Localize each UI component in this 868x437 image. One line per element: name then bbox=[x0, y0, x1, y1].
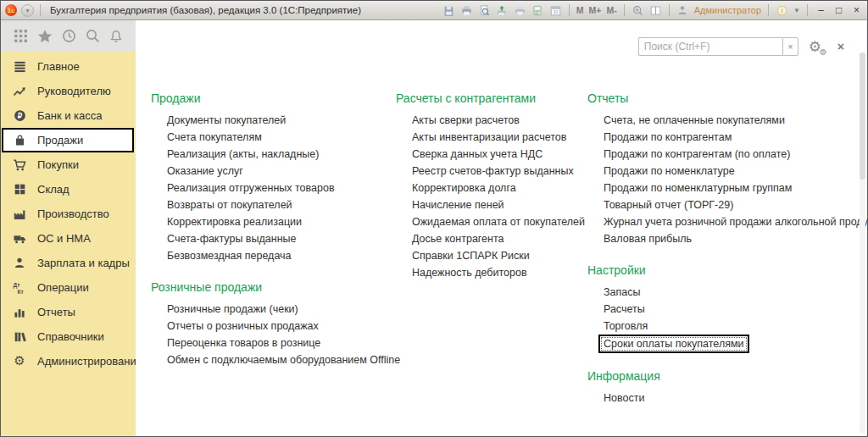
titlebar-toolbar: 31 M M+ M- Администратор i ▼ – bbox=[442, 4, 863, 17]
sidebar-item-rukovoditelyu[interactable]: Руководителю bbox=[1, 79, 136, 103]
sidebar-item-zarplata-i-kadry[interactable]: Зарплата и кадры bbox=[1, 251, 136, 275]
purchases-icon bbox=[12, 158, 27, 172]
section: ИнформацияНовости bbox=[587, 369, 867, 407]
command-link[interactable]: Торговля bbox=[600, 318, 651, 335]
command-link[interactable]: Акты сверки расчетов bbox=[409, 112, 523, 129]
section: НастройкиЗапасыРасчетыТорговляСроки опла… bbox=[587, 263, 867, 353]
command-link[interactable]: Реализация отгруженных товаров bbox=[164, 180, 338, 196]
maximize-button[interactable]: □ bbox=[832, 4, 845, 17]
scrollbar-thumb[interactable] bbox=[860, 53, 865, 180]
sidebar-item-label: Отчеты bbox=[37, 306, 75, 318]
zoom-icon[interactable] bbox=[632, 4, 644, 17]
user-icon bbox=[676, 4, 689, 17]
command-link[interactable]: Отчеты о розничных продажах bbox=[164, 318, 322, 335]
command-link[interactable]: Счета-фактуры выданные bbox=[164, 230, 299, 247]
gear-icon[interactable]: ⚙⚙ bbox=[809, 38, 827, 55]
current-user-label[interactable]: Администратор bbox=[694, 5, 761, 15]
salary-icon bbox=[12, 257, 27, 269]
command-link[interactable]: Акты инвентаризации расчетов bbox=[409, 129, 570, 146]
sidebar-item-operacii[interactable]: ДтКтОперации bbox=[1, 275, 136, 300]
command-link[interactable]: Реестр счетов-фактур выданных bbox=[409, 163, 577, 180]
vertical-scrollbar[interactable] bbox=[860, 53, 865, 434]
command-link[interactable]: Товарный отчет (ТОРГ-29) bbox=[600, 196, 737, 213]
star-icon[interactable] bbox=[37, 29, 53, 44]
print-icon[interactable] bbox=[460, 4, 473, 17]
command-link[interactable]: Справки 1СПАРК Риски bbox=[409, 247, 533, 264]
command-link[interactable]: Корректировка долга bbox=[409, 180, 520, 196]
sidebar-item-prodazhi[interactable]: Продажи bbox=[2, 128, 134, 152]
chevron-down-icon[interactable]: ▼ bbox=[793, 7, 800, 14]
section: ПродажиДокументы покупателейСчета покупа… bbox=[151, 91, 387, 264]
sidebar-item-glavnoe[interactable]: Главное bbox=[1, 54, 136, 79]
command-link[interactable]: Корректировка реализации bbox=[164, 213, 305, 230]
bell-icon[interactable] bbox=[109, 30, 123, 43]
command-link[interactable]: Продажи по контрагентам (по оплате) bbox=[600, 146, 793, 163]
command-link[interactable]: Оказание услуг bbox=[164, 163, 247, 180]
search-clear-icon[interactable]: × bbox=[782, 37, 798, 56]
command-link[interactable]: Сроки оплаты покупателями bbox=[598, 335, 749, 353]
command-link[interactable]: Сверка данных учета НДС bbox=[409, 146, 546, 163]
info-icon[interactable]: i bbox=[776, 4, 788, 17]
close-panel-icon[interactable]: × bbox=[837, 40, 844, 53]
command-link[interactable]: Безвозмездная передача bbox=[164, 247, 295, 264]
print-preview-icon[interactable] bbox=[478, 4, 491, 17]
reports-icon bbox=[12, 306, 27, 318]
command-link[interactable]: Валовая прибыль bbox=[600, 230, 695, 247]
command-link[interactable]: Ожидаемая оплата от покупателей bbox=[409, 213, 588, 230]
command-link[interactable]: Продажи по номенклатурным группам bbox=[600, 180, 795, 196]
system-menu-chevron-icon[interactable]: ▼ bbox=[21, 4, 34, 17]
sidebar-item-label: Руководителю bbox=[37, 85, 111, 97]
command-link[interactable]: Запасы bbox=[600, 284, 643, 301]
calendar-icon[interactable]: 31 bbox=[549, 4, 562, 17]
command-link[interactable]: Счета, не оплаченные покупателями bbox=[600, 112, 788, 129]
command-link[interactable]: Досье контрагента bbox=[409, 230, 508, 247]
sidebar-item-label: Склад bbox=[37, 183, 70, 196]
section-title: Настройки bbox=[587, 263, 867, 277]
sidebar-item-os-i-nma[interactable]: ОС и НМА bbox=[1, 226, 136, 251]
command-link[interactable]: Обмен с подключаемым оборудованием Offli… bbox=[164, 351, 403, 368]
command-link[interactable]: Документы покупателей bbox=[164, 112, 289, 129]
sidebar-item-bank-i-kassa[interactable]: ₽Банк и касса bbox=[1, 103, 136, 128]
minimize-button[interactable]: – bbox=[815, 4, 827, 17]
svg-text:Кт: Кт bbox=[18, 288, 24, 294]
svg-text:31: 31 bbox=[553, 9, 558, 14]
search-input[interactable] bbox=[638, 37, 782, 56]
sidebar-item-otchety[interactable]: Отчеты bbox=[1, 300, 136, 324]
command-link[interactable]: Новости bbox=[600, 390, 648, 407]
sidebar-item-proizvodstvo[interactable]: Производство bbox=[1, 202, 136, 226]
command-link[interactable]: Переоценка товаров в рознице bbox=[164, 335, 324, 351]
command-link[interactable]: Начисление пеней bbox=[409, 196, 508, 213]
main-content: × ⚙⚙ × ПродажиДокументы покупателейСчета… bbox=[136, 20, 867, 436]
command-link[interactable]: Возвраты от покупателей bbox=[164, 196, 296, 213]
sidebar-item-administrirovanie[interactable]: ⚙Администрирование bbox=[1, 349, 136, 373]
close-button[interactable]: × bbox=[850, 4, 863, 17]
sidebar-item-label: Зарплата и кадры bbox=[37, 257, 130, 269]
command-link[interactable]: Расчеты bbox=[600, 301, 648, 318]
calculator-icon[interactable] bbox=[531, 4, 544, 17]
command-link[interactable]: Надежность дебиторов bbox=[409, 264, 531, 281]
printer-icon[interactable] bbox=[514, 4, 526, 17]
menu-grid-icon[interactable] bbox=[14, 29, 28, 43]
window-title: Бухгалтерия предприятия (базовая), редак… bbox=[50, 5, 361, 15]
warehouse-icon bbox=[12, 183, 27, 196]
command-link[interactable]: Продажи по контрагентам bbox=[600, 129, 735, 146]
command-link[interactable]: Реализация (акты, накладные) bbox=[164, 146, 322, 163]
search-row: × ⚙⚙ × bbox=[638, 37, 844, 56]
command-link[interactable]: Счета покупателям bbox=[164, 129, 265, 146]
command-link[interactable]: Журнал учета розничной продажи алкогольн… bbox=[600, 213, 868, 230]
title-bar: 1с ▼ Бухгалтерия предприятия (базовая), … bbox=[1, 1, 867, 20]
sidebar-item-sklad[interactable]: Склад bbox=[1, 177, 136, 202]
sidebar-item-pokupki[interactable]: Покупки bbox=[1, 152, 136, 177]
split-view-icon[interactable] bbox=[649, 4, 662, 17]
history-icon[interactable] bbox=[62, 29, 76, 43]
memory-m-plus-button[interactable]: M+ bbox=[589, 5, 602, 15]
command-link[interactable]: Розничные продажи (чеки) bbox=[164, 301, 302, 318]
memory-m-minus-button[interactable]: M- bbox=[606, 5, 616, 15]
search-icon[interactable] bbox=[86, 29, 100, 43]
command-link[interactable]: Продажи по номенклатуре bbox=[600, 163, 738, 180]
sidebar-item-label: Администрирование bbox=[37, 355, 142, 368]
sidebar-item-spravochniki[interactable]: Справочники bbox=[1, 324, 136, 349]
export-print-icon[interactable] bbox=[496, 4, 509, 17]
memory-m-button[interactable]: M bbox=[576, 5, 584, 15]
save-icon[interactable] bbox=[442, 4, 455, 17]
